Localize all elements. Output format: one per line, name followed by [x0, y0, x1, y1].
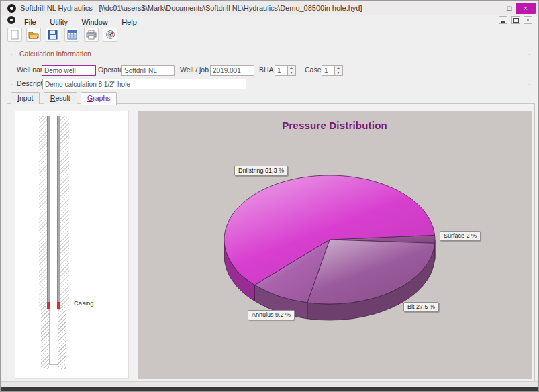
bha-label: BHA: [259, 65, 274, 75]
case-input[interactable]: [322, 65, 335, 76]
menu-window[interactable]: Window: [77, 17, 113, 27]
minimize-button[interactable]: –: [491, 3, 501, 14]
restore-icon: [513, 18, 519, 23]
app-window: Softdrill NL Hydraulics - [\\dc01\users$…: [0, 0, 539, 392]
well-schematic-panel: Casing: [15, 111, 129, 379]
mdi-minimize-button[interactable]: [499, 16, 507, 24]
calculate-button[interactable]: [64, 28, 79, 42]
formation-hatch: [39, 116, 47, 306]
calculation-information-group: Calculation information Well name Operat…: [11, 50, 530, 85]
mdi-restore-button[interactable]: [511, 16, 520, 24]
operator-input[interactable]: [121, 65, 175, 76]
gauge-button[interactable]: [103, 28, 117, 42]
open-hole-hatch: [58, 306, 66, 369]
title-bar: Softdrill NL Hydraulics - [\\dc01\users$…: [1, 1, 538, 15]
window-bottom-edge: [0, 387, 539, 392]
pie-chart: [138, 111, 532, 379]
well-job-input[interactable]: [210, 65, 254, 76]
bha-spinner[interactable]: [288, 65, 296, 76]
spin-down-icon[interactable]: [335, 70, 342, 75]
pie-label-surface: Surface 2 %: [440, 231, 481, 241]
description-input[interactable]: [42, 79, 246, 89]
spin-down-icon[interactable]: [288, 70, 295, 75]
open-hole-section: [49, 309, 58, 365]
open-file-button[interactable]: [26, 28, 41, 42]
tab-graphs[interactable]: Graphs: [81, 92, 117, 105]
formation-hatch: [60, 116, 69, 306]
menu-bar: File Utility Window Help ×: [1, 15, 538, 26]
maximize-button[interactable]: □: [504, 3, 515, 14]
mdi-close-button[interactable]: ×: [524, 16, 532, 24]
open-hole-hatch: [41, 306, 49, 369]
gauge-icon: [105, 30, 115, 40]
tab-input[interactable]: Input: [11, 92, 40, 104]
casing-wall: [57, 116, 60, 302]
wellbore: [50, 116, 57, 309]
save-icon: [48, 30, 58, 40]
new-file-button[interactable]: [7, 28, 22, 42]
group-legend: Calculation information: [17, 50, 94, 58]
printer-icon: [86, 30, 97, 40]
menu-file[interactable]: File: [19, 17, 42, 27]
casing-wall: [47, 116, 50, 302]
case-label: Case: [305, 65, 322, 75]
toolbar: [7, 28, 119, 44]
pie-label-annulus: Annulus 9.2 %: [248, 310, 295, 320]
menu-utility[interactable]: Utility: [44, 17, 73, 27]
bha-input[interactable]: [275, 65, 288, 76]
save-button[interactable]: [46, 28, 60, 42]
mdi-window-controls: ×: [498, 16, 532, 28]
menu-help[interactable]: Help: [116, 17, 142, 27]
well-name-input[interactable]: [42, 65, 96, 76]
app-logo-icon: [7, 4, 16, 13]
case-spinner[interactable]: [335, 65, 343, 76]
casing-label: Casing: [74, 299, 94, 307]
tab-bar: Input Result Graphs: [11, 91, 117, 104]
new-file-icon: [10, 30, 19, 40]
pie-label-bit: Bit 27.5 %: [403, 302, 439, 312]
minimize-icon: [501, 21, 505, 23]
calculator-grid-icon: [67, 30, 77, 40]
chart-panel: Pressure Distribution Drillstring 61.3 %…: [138, 111, 532, 379]
pie-label-drillstring: Drillstring 61.3 %: [234, 166, 288, 176]
print-button[interactable]: [84, 28, 99, 42]
tab-result[interactable]: Result: [44, 92, 77, 104]
open-folder-icon: [28, 30, 39, 40]
close-button[interactable]: ×: [516, 3, 536, 14]
document-icon: [7, 16, 15, 24]
window-title: Softdrill NL Hydraulics - [\\dc01\users$…: [20, 4, 362, 12]
